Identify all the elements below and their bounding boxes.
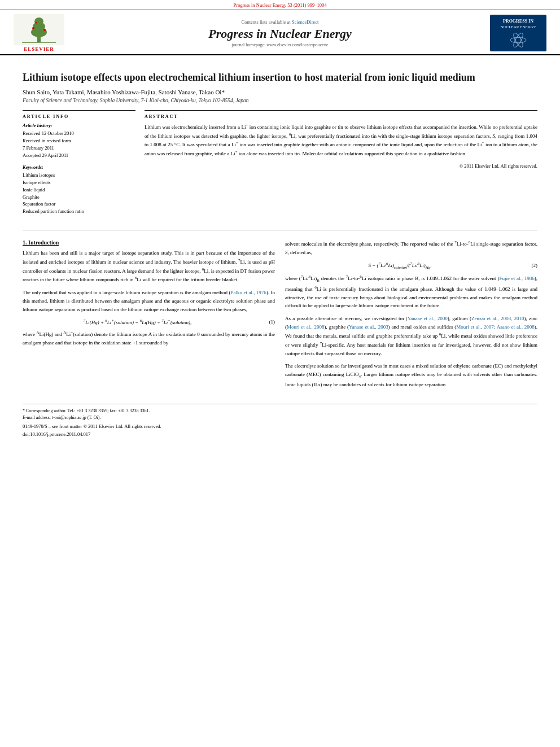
keyword-5: Separation factor bbox=[23, 200, 135, 208]
keywords-section: Keywords: Lithium isotopes Isotope effec… bbox=[23, 164, 135, 215]
article-authors: Shun Saito, Yuta Takami, Masahiro Yoshiz… bbox=[23, 89, 537, 95]
ref-mouri2007: Mouri et al., 2007; Asano et al., 2008 bbox=[456, 324, 534, 330]
footer-area: * Corresponding author. Tel.: +81 3 3238… bbox=[23, 404, 537, 437]
right-para2: where (7Li/6Li)B denotes the 7Li-to-6Li … bbox=[285, 274, 537, 310]
equation-1-content: 7Li(Hg) + 6Li+(solution) = 6Li(Hg) + 7Li… bbox=[23, 318, 252, 325]
abstract-label: ABSTRACT bbox=[145, 114, 537, 119]
received-date: Received 12 October 2010 bbox=[23, 130, 135, 137]
intro-para2: The only method that was applied to a la… bbox=[23, 289, 275, 314]
footer-issn: 0149-1970/$ – see front matter © 2011 El… bbox=[23, 423, 537, 429]
science-direct-line: Contents lists available at ScienceDirec… bbox=[70, 19, 490, 25]
keyword-4: Graphite bbox=[23, 194, 135, 201]
science-direct-link[interactable]: ScienceDirect bbox=[292, 19, 319, 25]
article-info-label: ARTICLE INFO bbox=[23, 114, 135, 119]
journal-header-center: Contents lists available at ScienceDirec… bbox=[70, 19, 490, 47]
journal-title: Progress in Nuclear Energy bbox=[70, 27, 490, 41]
journal-citation-bar: Progress in Nuclear Energy 53 (2011) 999… bbox=[0, 0, 560, 10]
svg-text:NUCLEAR ENERGY: NUCLEAR ENERGY bbox=[500, 25, 536, 29]
journal-header: ELSEVIER Contents lists available at Sci… bbox=[0, 10, 560, 55]
journal-citation: Progress in Nuclear Energy 53 (2011) 999… bbox=[234, 2, 327, 8]
svg-point-7 bbox=[36, 22, 37, 24]
abstract-text: Lithium was electrochemically inserted f… bbox=[145, 123, 537, 158]
right-para3: As a possible alternative of mercury, we… bbox=[285, 314, 537, 357]
pne-journal-logo-icon: PROGRESS IN NUCLEAR ENERGY bbox=[490, 15, 546, 51]
elsevier-tree-icon bbox=[14, 14, 64, 45]
footnote-star: * Corresponding author. Tel.: +81 3 3238… bbox=[23, 408, 537, 414]
elsevier-logo-area: ELSEVIER bbox=[8, 14, 70, 52]
body-left-column: 1. Introduction Lithium has been and sti… bbox=[23, 239, 275, 394]
svg-point-5 bbox=[32, 27, 34, 29]
equation-2-number: (2) bbox=[515, 263, 537, 268]
right-para4: The electrolyte solution so far investig… bbox=[285, 362, 537, 388]
svg-point-4 bbox=[34, 18, 43, 25]
article-info-column: ARTICLE INFO Article history: Received 1… bbox=[23, 110, 135, 221]
svg-point-6 bbox=[43, 29, 46, 31]
intro-para1: Lithium has been and still is a major ta… bbox=[23, 249, 275, 284]
equation-1-number: (1) bbox=[252, 319, 275, 325]
abstract-column: ABSTRACT Lithium was electrochemically i… bbox=[145, 110, 537, 221]
article-title: Lithium isotope effects upon electrochem… bbox=[23, 71, 537, 84]
equation-2-block: S = (7Li/6Li)solution/(7Li/6Li)Hg, (2) bbox=[285, 261, 537, 270]
history-title: Article history: bbox=[23, 123, 135, 128]
svg-text:PROGRESS IN: PROGRESS IN bbox=[503, 19, 533, 24]
equation-1-block: 7Li(Hg) + 6Li+(solution) = 6Li(Hg) + 7Li… bbox=[23, 318, 275, 325]
keyword-2: Isotope effects bbox=[23, 179, 135, 186]
keyword-3: Ionic liquid bbox=[23, 186, 135, 194]
keyword-6: Reduced partition function ratio bbox=[23, 208, 135, 215]
article-affiliation: Faculty of Science and Technology, Sophi… bbox=[23, 98, 537, 103]
article-history-section: Article history: Received 12 October 201… bbox=[23, 123, 135, 159]
ref-yanase2003: Yanase et al., 2003 bbox=[349, 324, 388, 330]
copyright-line: © 2011 Elsevier Ltd. All rights reserved… bbox=[145, 163, 537, 169]
accepted-date: Accepted 29 April 2011 bbox=[23, 152, 135, 159]
ref-palko: Palko et al., 1976 bbox=[231, 290, 266, 295]
ref-mouri2008: Mouri et al., 2008 bbox=[287, 324, 325, 330]
body-right-column: solvent molecules in the electrolyte pha… bbox=[285, 239, 537, 394]
ref-yanase2000: Yanase et al., 2000 bbox=[408, 316, 448, 321]
email-note: E-mail address: t-ooi@sophia.ac.jp (T. O… bbox=[23, 414, 537, 421]
elsevier-logo: ELSEVIER bbox=[8, 14, 70, 52]
intro-para3: where ALi(Hg) and ALi+(solution) denote … bbox=[23, 330, 275, 347]
journal-homepage: journal homepage: www.elsevier.com/locat… bbox=[70, 42, 490, 47]
article-body: Lithium isotope effects upon electrochem… bbox=[0, 55, 560, 448]
received-revised-label: Received in revised form bbox=[23, 137, 135, 145]
ref-zenzai: Zenzai et al., 2008, 2010 bbox=[471, 316, 524, 321]
right-para1: solvent molecules in the electrolyte pha… bbox=[285, 239, 537, 257]
journal-logo-right-area: PROGRESS IN NUCLEAR ENERGY bbox=[490, 15, 552, 51]
elsevier-wordmark: ELSEVIER bbox=[24, 46, 54, 52]
footer-doi: doi:10.1016/j.pnucene.2011.04.017 bbox=[23, 431, 537, 437]
article-info-abstract-columns: ARTICLE INFO Article history: Received 1… bbox=[23, 110, 537, 221]
keywords-title: Keywords: bbox=[23, 164, 135, 170]
equation-2-content: S = (7Li/6Li)solution/(7Li/6Li)Hg, bbox=[285, 261, 515, 270]
keyword-1: Lithium isotopes bbox=[23, 172, 135, 179]
section-divider bbox=[23, 230, 537, 230]
intro-heading: 1. Introduction bbox=[23, 239, 275, 246]
body-two-columns: 1. Introduction Lithium has been and sti… bbox=[23, 239, 537, 394]
ref-fujie: Fujie et al., 1986 bbox=[499, 276, 534, 281]
received-revised-date: 7 February 2011 bbox=[23, 145, 135, 152]
